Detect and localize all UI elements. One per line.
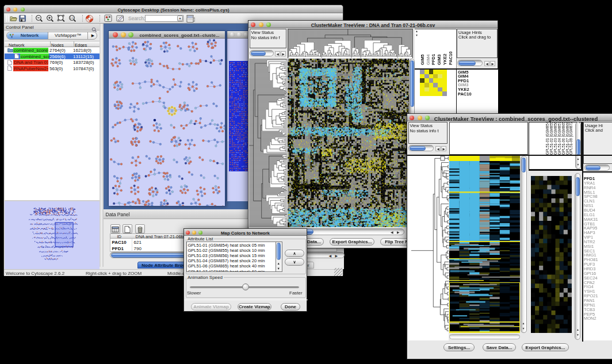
svg-text:GIM4: GIM4 [425, 53, 430, 64]
svg-text:PFD1: PFD1 [431, 53, 436, 64]
svg-text:PAC10: PAC10 [447, 51, 453, 65]
svg-text:1:1: 1:1 [70, 17, 74, 20]
svg-text:GIM5: GIM5 [420, 54, 425, 64]
svg-text:YKE2: YKE2 [442, 53, 447, 65]
svg-text:GIM3: GIM3 [437, 54, 442, 64]
svg-text:GPL51-08 (GSM872): GPL51-08 (GSM872) [569, 122, 573, 155]
